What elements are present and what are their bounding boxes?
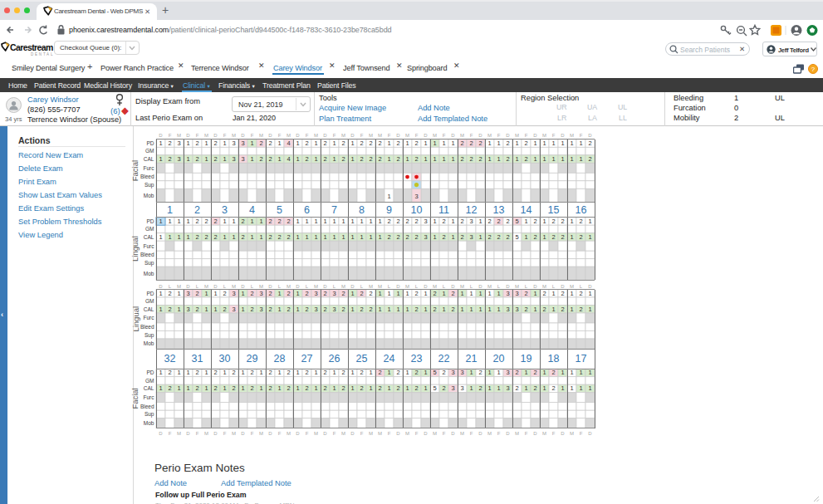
svg-text:D: D bbox=[323, 431, 327, 436]
svg-text:1: 1 bbox=[341, 233, 345, 241]
svg-text:D: D bbox=[186, 431, 190, 436]
svg-text:Sup: Sup bbox=[145, 182, 154, 188]
svg-text:3: 3 bbox=[460, 369, 463, 376]
svg-text:2: 2 bbox=[305, 139, 308, 147]
svg-text:1: 1 bbox=[186, 155, 189, 163]
svg-text:1: 1 bbox=[551, 290, 555, 297]
svg-text:1: 1 bbox=[204, 369, 208, 376]
svg-text:1: 1 bbox=[579, 369, 582, 376]
svg-text:1: 1 bbox=[424, 369, 427, 376]
svg-text:29: 29 bbox=[247, 353, 258, 365]
svg-text:D: D bbox=[241, 284, 245, 289]
svg-text:1: 1 bbox=[323, 233, 326, 241]
svg-text:D: D bbox=[533, 431, 537, 436]
svg-text:F: F bbox=[223, 133, 227, 138]
svg-text:PD: PD bbox=[146, 291, 154, 296]
svg-text:1: 1 bbox=[424, 155, 427, 163]
svg-text:1: 1 bbox=[588, 306, 591, 313]
svg-text:L: L bbox=[525, 284, 528, 289]
svg-text:1: 1 bbox=[487, 306, 491, 313]
svg-text:4: 4 bbox=[287, 155, 290, 163]
svg-text:2: 2 bbox=[360, 290, 363, 297]
svg-text:1: 1 bbox=[387, 193, 390, 200]
svg-text:1: 1 bbox=[405, 155, 409, 163]
svg-text:3: 3 bbox=[414, 193, 418, 200]
svg-text:1: 1 bbox=[387, 306, 390, 313]
svg-text:M: M bbox=[314, 133, 318, 138]
svg-text:1: 1 bbox=[551, 139, 555, 147]
svg-text:M: M bbox=[378, 284, 382, 289]
svg-text:M: M bbox=[341, 284, 345, 289]
svg-text:2: 2 bbox=[497, 233, 500, 241]
svg-text:2: 2 bbox=[542, 290, 546, 297]
svg-text:1: 1 bbox=[378, 233, 381, 241]
svg-text:L: L bbox=[497, 284, 501, 289]
svg-text:2: 2 bbox=[341, 384, 345, 392]
svg-text:2: 2 bbox=[268, 233, 272, 241]
svg-text:3: 3 bbox=[460, 384, 463, 392]
svg-text:F: F bbox=[306, 133, 309, 138]
svg-text:1: 1 bbox=[296, 384, 299, 392]
svg-text:2: 2 bbox=[460, 139, 463, 147]
svg-text:1: 1 bbox=[350, 306, 354, 313]
svg-text:2: 2 bbox=[195, 139, 198, 147]
svg-text:Sup: Sup bbox=[145, 332, 154, 339]
svg-text:2: 2 bbox=[561, 233, 564, 241]
svg-text:M: M bbox=[287, 133, 291, 138]
svg-text:1: 1 bbox=[588, 218, 591, 225]
svg-text:2: 2 bbox=[414, 218, 418, 225]
svg-text:D: D bbox=[424, 431, 428, 436]
svg-text:2: 2 bbox=[287, 290, 290, 297]
svg-text:1: 1 bbox=[186, 369, 189, 376]
svg-text:1: 1 bbox=[177, 369, 180, 376]
svg-text:1: 1 bbox=[177, 384, 180, 392]
svg-text:M: M bbox=[177, 133, 181, 138]
svg-text:M: M bbox=[515, 431, 519, 436]
svg-text:L: L bbox=[251, 284, 254, 289]
svg-text:2: 2 bbox=[223, 306, 226, 313]
svg-text:D: D bbox=[396, 284, 400, 289]
svg-text:3: 3 bbox=[515, 290, 518, 297]
svg-text:2: 2 bbox=[387, 233, 390, 241]
svg-text:1: 1 bbox=[332, 233, 336, 241]
svg-text:1: 1 bbox=[451, 233, 454, 241]
svg-text:Furc: Furc bbox=[144, 243, 155, 249]
svg-text:1: 1 bbox=[350, 384, 354, 392]
svg-text:28: 28 bbox=[274, 353, 286, 365]
svg-text:1: 1 bbox=[277, 384, 281, 392]
svg-text:1: 1 bbox=[213, 290, 217, 297]
svg-text:2: 2 bbox=[524, 155, 527, 163]
svg-text:1: 1 bbox=[241, 369, 244, 376]
svg-text:2: 2 bbox=[168, 384, 171, 392]
svg-text:10: 10 bbox=[411, 204, 423, 216]
svg-text:7: 7 bbox=[331, 204, 337, 216]
svg-text:M: M bbox=[369, 133, 373, 138]
svg-text:2: 2 bbox=[268, 369, 272, 376]
svg-text:1: 1 bbox=[332, 369, 336, 376]
svg-text:3: 3 bbox=[332, 290, 336, 297]
svg-text:1: 1 bbox=[277, 369, 281, 376]
svg-text:M: M bbox=[542, 284, 546, 289]
svg-text:Mob: Mob bbox=[144, 340, 154, 346]
svg-text:2: 2 bbox=[378, 384, 381, 392]
svg-text:M: M bbox=[204, 431, 208, 436]
svg-text:2: 2 bbox=[515, 384, 518, 392]
svg-text:M: M bbox=[177, 431, 181, 436]
svg-text:1: 1 bbox=[570, 233, 573, 241]
svg-text:PD: PD bbox=[146, 140, 154, 146]
svg-text:2: 2 bbox=[478, 155, 482, 163]
svg-text:Bleed: Bleed bbox=[140, 252, 154, 257]
svg-text:4: 4 bbox=[249, 204, 255, 216]
svg-text:2: 2 bbox=[378, 139, 381, 147]
svg-text:2: 2 bbox=[341, 290, 345, 297]
svg-text:F: F bbox=[443, 133, 446, 138]
svg-text:2: 2 bbox=[213, 233, 217, 241]
svg-text:2: 2 bbox=[506, 218, 509, 225]
svg-text:F: F bbox=[415, 133, 419, 138]
svg-text:2: 2 bbox=[232, 369, 235, 376]
svg-text:2: 2 bbox=[460, 218, 463, 225]
svg-text:1: 1 bbox=[177, 218, 180, 225]
svg-text:GM: GM bbox=[145, 378, 154, 384]
svg-text:2: 2 bbox=[268, 290, 272, 297]
svg-text:1: 1 bbox=[250, 218, 253, 225]
